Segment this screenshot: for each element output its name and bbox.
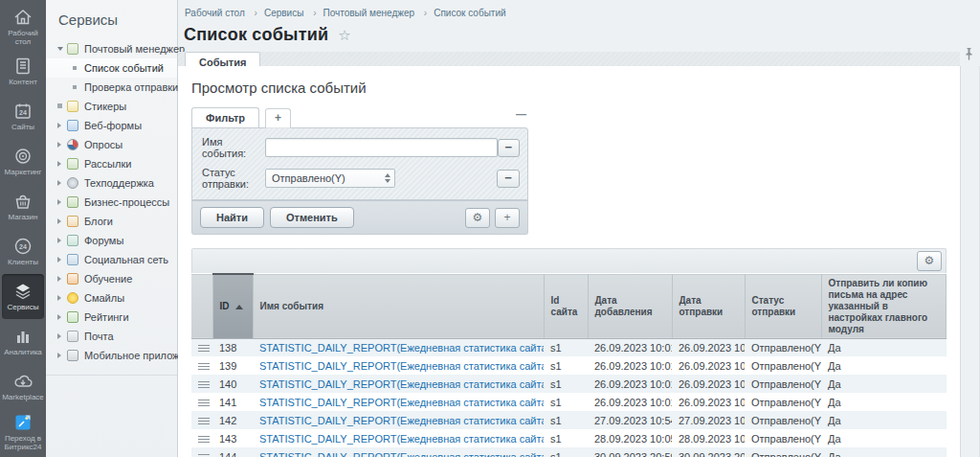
filter-tab[interactable]: Фильтр: [191, 107, 259, 127]
sidebar-menu-item[interactable]: Рассылки: [46, 154, 177, 173]
sidebar-menu-item[interactable]: Смайлы: [46, 288, 177, 308]
column-header-copy[interactable]: Отправить ли копию письма на адрес указа…: [821, 274, 947, 338]
analytics-icon: [12, 326, 33, 347]
cell-id: 143: [212, 429, 253, 447]
sidebar-item-label: Смайлы: [84, 292, 124, 304]
sidebar-menu-item[interactable]: Техподдержка: [46, 173, 177, 193]
row-actions-menu-icon[interactable]: [198, 381, 210, 388]
row-actions-menu-icon[interactable]: [198, 454, 210, 457]
rail-item-content[interactable]: Контент: [0, 49, 46, 94]
blogs-icon: [67, 216, 78, 227]
sidebar-menu-item[interactable]: Форумы: [46, 231, 177, 250]
row-actions-menu-icon[interactable]: [198, 400, 210, 406]
rail-item-label: Контент: [9, 79, 37, 87]
services-icon: [12, 281, 33, 302]
cell-site-id: s1: [544, 338, 588, 356]
ratings-icon: [67, 311, 78, 323]
find-button[interactable]: Найти: [200, 207, 264, 228]
stickers-icon: [67, 101, 78, 112]
event-name-link[interactable]: STATISTIC_DAILY_REPORT(Ежедневная статис…: [259, 378, 544, 390]
sidebar-menu-item[interactable]: Почта: [46, 327, 177, 346]
filter-settings-gear-button[interactable]: ⚙: [465, 208, 490, 228]
sidebar-menu-item[interactable]: Бизнес-процессы: [46, 193, 177, 212]
remove-name-field-button[interactable]: −: [498, 139, 520, 157]
sidebar-menu-item[interactable]: Почтовый менеджер: [46, 39, 177, 58]
sidebar-menu-item[interactable]: Опросы: [46, 135, 177, 154]
sidebar-menu-item[interactable]: Стикеры: [46, 97, 177, 116]
add-filter-tab-button[interactable]: +: [265, 108, 291, 128]
filter-minimize-button[interactable]: —: [516, 108, 526, 120]
sidebar-menu-item[interactable]: Обучение: [46, 269, 177, 288]
learning-icon: [67, 273, 78, 285]
row-actions-menu-icon[interactable]: [198, 363, 210, 370]
sidebar-item-label: Блоги: [84, 216, 113, 227]
breadcrumb-link[interactable]: Почтовый менеджер: [306, 8, 414, 18]
column-header-name[interactable]: Имя события: [253, 274, 544, 338]
sidebar-item-label: Стикеры: [84, 101, 126, 112]
chevron-right-icon: [57, 314, 61, 320]
section-title: Просмотр списка событий: [191, 80, 947, 96]
svg-text:24: 24: [19, 109, 27, 116]
cell-event-name: STATISTIC_DAILY_REPORT(Ежедневная статис…: [253, 338, 544, 356]
page-title: Список событий: [184, 25, 328, 45]
rail-item-shop[interactable]: Магазин: [0, 184, 46, 229]
mail-icon: [67, 331, 78, 342]
cell-copy: Да: [821, 338, 947, 356]
column-header-status[interactable]: Статус отправки: [745, 274, 821, 338]
column-header-site[interactable]: Id сайта: [544, 274, 588, 338]
table-row: 139 STATISTIC_DAILY_REPORT(Ежедневная ст…: [191, 356, 947, 375]
breadcrumb-link[interactable]: Сервисы: [248, 8, 304, 18]
sidebar-menu-item[interactable]: Проверка отправки: [46, 78, 177, 97]
sidebar-menu-item[interactable]: Веб-формы: [46, 116, 177, 135]
event-name-input[interactable]: [265, 138, 498, 157]
rail-item-sites[interactable]: 24 Сайты: [0, 94, 46, 139]
chevron-right-icon: [57, 199, 61, 205]
rail-item-clients[interactable]: 24 Клиенты: [0, 229, 46, 274]
cancel-button[interactable]: Отменить: [270, 207, 354, 228]
cell-event-name: STATISTIC_DAILY_REPORT(Ежедневная статис…: [253, 375, 544, 393]
add-filter-field-button[interactable]: +: [495, 208, 520, 228]
table-row: 141 STATISTIC_DAILY_REPORT(Ежедневная ст…: [191, 393, 947, 411]
event-name-link[interactable]: STATISTIC_DAILY_REPORT(Ежедневная статис…: [259, 360, 544, 372]
sidebar-menu-item[interactable]: Рейтинги: [46, 308, 177, 327]
sidebar-menu-item[interactable]: Список событий: [46, 58, 177, 78]
favorite-star-icon[interactable]: ☆: [338, 27, 350, 44]
table-row: 140 STATISTIC_DAILY_REPORT(Ежедневная ст…: [191, 375, 947, 393]
column-header-id[interactable]: ID: [212, 274, 253, 338]
rail-item-desktop[interactable]: Рабочий стол: [0, 4, 46, 49]
column-header-sent[interactable]: Дата отправки: [672, 274, 745, 338]
cell-id: 139: [212, 356, 253, 375]
cell-date-added: 28.09.2023 10:05:56: [588, 429, 672, 447]
cell-date-sent: 27.09.2023 10:54:00: [672, 411, 745, 429]
row-actions-menu-icon[interactable]: [198, 418, 210, 424]
send-status-select[interactable]: Отправлено(Y): [265, 169, 395, 188]
rail-item-marketing[interactable]: Маркетинг: [0, 139, 46, 184]
chevron-right-icon: [57, 218, 61, 224]
cell-copy: Да: [821, 393, 947, 411]
event-name-link[interactable]: STATISTIC_DAILY_REPORT(Ежедневная статис…: [259, 451, 544, 457]
sidebar-menu-item[interactable]: Мобильное приложение: [46, 346, 177, 365]
breadcrumb-link[interactable]: Рабочий стол: [185, 8, 245, 18]
rail-item-bitrix24[interactable]: Переход в Битрикс24: [0, 409, 46, 454]
event-name-link[interactable]: STATISTIC_DAILY_REPORT(Ежедневная статис…: [259, 433, 544, 445]
cell-date-sent: 26.09.2023 10:01:20: [672, 375, 745, 393]
remove-status-field-button[interactable]: −: [497, 170, 520, 188]
row-actions-menu-icon[interactable]: [198, 436, 210, 443]
row-actions-menu-icon[interactable]: [198, 345, 210, 352]
sidebar-menu-item[interactable]: Блоги: [46, 212, 177, 231]
sidebar-item-label: Бизнес-процессы: [84, 196, 169, 208]
rail-item-marketplace[interactable]: Marketplace: [0, 364, 46, 409]
breadcrumb-link[interactable]: Список событий: [417, 8, 506, 18]
sidebar-menu-item[interactable]: Социальная сеть: [46, 250, 177, 269]
event-name-link[interactable]: STATISTIC_DAILY_REPORT(Ежедневная статис…: [259, 397, 544, 408]
table-body: 138 STATISTIC_DAILY_REPORT(Ежедневная ст…: [191, 338, 947, 457]
column-header-added[interactable]: Дата добавления: [588, 274, 672, 338]
table-row: 142 STATISTIC_DAILY_REPORT(Ежедневная ст…: [191, 411, 947, 429]
rail-item-services[interactable]: Сервисы: [2, 274, 44, 319]
marketplace-icon: [12, 371, 33, 392]
rail-item-analytics[interactable]: Аналитика: [0, 319, 46, 364]
event-name-link[interactable]: STATISTIC_DAILY_REPORT(Ежедневная статис…: [259, 415, 544, 426]
grid-settings-gear-button[interactable]: ⚙: [917, 251, 942, 271]
event-name-link[interactable]: STATISTIC_DAILY_REPORT(Ежедневная статис…: [259, 342, 544, 354]
pin-icon[interactable]: [964, 47, 974, 63]
